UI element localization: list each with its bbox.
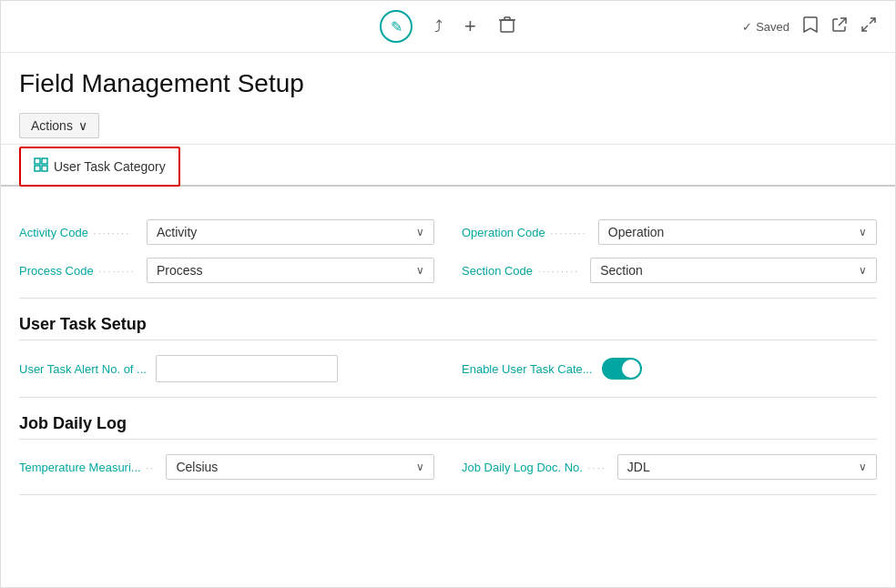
actions-chevron-icon: ∨ <box>78 118 87 133</box>
svg-rect-10 <box>35 166 40 171</box>
job-daily-log-doc-select[interactable]: JDL ∨ <box>617 454 877 480</box>
user-task-alert-input[interactable] <box>156 355 338 382</box>
saved-status: ✓ Saved <box>742 20 789 34</box>
user-task-form-section: User Task Alert No. of ... Enable User T… <box>19 340 877 398</box>
share-icon: ⤴ <box>434 17 443 36</box>
operation-code-row: Operation Code ········ Operation ∨ <box>462 219 877 245</box>
activity-code-select[interactable]: Activity ∨ <box>147 219 434 245</box>
actions-label: Actions <box>31 118 73 133</box>
enable-user-task-toggle-container <box>602 358 642 380</box>
section-code-value: Section <box>600 263 643 278</box>
enable-user-task-toggle[interactable] <box>602 358 642 380</box>
job-daily-log-doc-label: Job Daily Log Doc. No. ···· <box>462 461 608 474</box>
chevron-down-icon: ∨ <box>859 264 867 277</box>
svg-line-6 <box>870 18 875 24</box>
section-code-row: Section Code ········· Section ∨ <box>462 258 877 283</box>
job-daily-log-doc-row: Job Daily Log Doc. No. ···· JDL ∨ <box>462 454 877 480</box>
temperature-row: Temperature Measuri... ·· Celsius ∨ <box>19 454 434 480</box>
bookmark-icon <box>802 15 819 38</box>
svg-line-5 <box>839 18 846 25</box>
toolbar-right: ✓ Saved <box>742 15 877 38</box>
operation-code-select[interactable]: Operation ∨ <box>598 219 877 245</box>
main-content: Activity Code ········ Activity ∨ Operat… <box>1 187 895 587</box>
actions-bar: Actions ∨ <box>1 107 895 145</box>
expand-icon <box>860 16 877 37</box>
tab-label: User Task Category <box>54 159 166 174</box>
svg-rect-11 <box>42 166 47 171</box>
section-code-label: Section Code ········· <box>462 264 581 278</box>
enable-user-task-label: Enable User Task Cate... <box>462 362 593 376</box>
chevron-down-icon: ∨ <box>416 264 424 277</box>
page-title: Field Management Setup <box>1 53 895 107</box>
tab-user-task-category[interactable]: User Task Category <box>19 147 180 187</box>
operation-code-value: Operation <box>608 225 664 239</box>
process-code-select[interactable]: Process ∨ <box>147 258 434 283</box>
edit-button[interactable]: ✎ <box>380 10 412 43</box>
chevron-down-icon: ∨ <box>416 226 424 238</box>
svg-rect-0 <box>501 20 514 32</box>
actions-button[interactable]: Actions ∨ <box>19 113 99 138</box>
temperature-label: Temperature Measuri... ·· <box>19 461 157 474</box>
expand-button[interactable] <box>860 16 877 37</box>
job-daily-log-heading: Job Daily Log <box>19 398 877 439</box>
process-code-label: Process Code ········ <box>19 264 137 278</box>
chevron-down-icon: ∨ <box>416 461 424 473</box>
plus-icon: + <box>464 15 476 38</box>
svg-rect-9 <box>42 158 47 164</box>
job-daily-log-form-section: Temperature Measuri... ·· Celsius ∨ Job … <box>19 440 877 495</box>
activity-code-row: Activity Code ········ Activity ∨ <box>19 219 434 245</box>
toolbar: ✎ ⤴ + ✓ Saved <box>1 1 895 53</box>
edit-icon: ✎ <box>391 18 402 35</box>
external-link-icon <box>831 16 848 37</box>
operation-code-label: Operation Code ········ <box>462 226 589 239</box>
chevron-down-icon: ∨ <box>859 226 867 238</box>
job-daily-log-doc-value: JDL <box>627 460 650 474</box>
process-code-value: Process <box>157 263 203 278</box>
chevron-down-icon: ∨ <box>859 461 867 473</box>
process-code-row: Process Code ········ Process ∨ <box>19 258 434 283</box>
share-button[interactable]: ⤴ <box>434 17 443 36</box>
add-button[interactable]: + <box>464 15 476 38</box>
temperature-value: Celsius <box>176 460 218 474</box>
delete-icon <box>498 15 516 38</box>
section-code-select[interactable]: Section ∨ <box>590 258 877 283</box>
bookmark-button[interactable] <box>802 15 819 38</box>
activity-code-value: Activity <box>157 225 197 239</box>
form-section-codes: Activity Code ········ Activity ∨ Operat… <box>19 205 877 299</box>
temperature-select[interactable]: Celsius ∨ <box>166 454 434 480</box>
external-link-button[interactable] <box>831 16 848 37</box>
grid-icon <box>34 157 48 176</box>
svg-rect-8 <box>35 158 40 164</box>
tab-strip: User Task Category <box>1 147 895 187</box>
enable-user-task-row: Enable User Task Cate... <box>462 355 877 382</box>
checkmark-icon: ✓ <box>742 20 752 34</box>
user-task-alert-label: User Task Alert No. of ... <box>19 362 147 376</box>
delete-button[interactable] <box>498 15 516 38</box>
user-task-setup-heading: User Task Setup <box>19 299 877 340</box>
svg-line-7 <box>862 25 868 31</box>
user-task-alert-row: User Task Alert No. of ... <box>19 355 434 382</box>
activity-code-label: Activity Code ········ <box>19 226 137 239</box>
